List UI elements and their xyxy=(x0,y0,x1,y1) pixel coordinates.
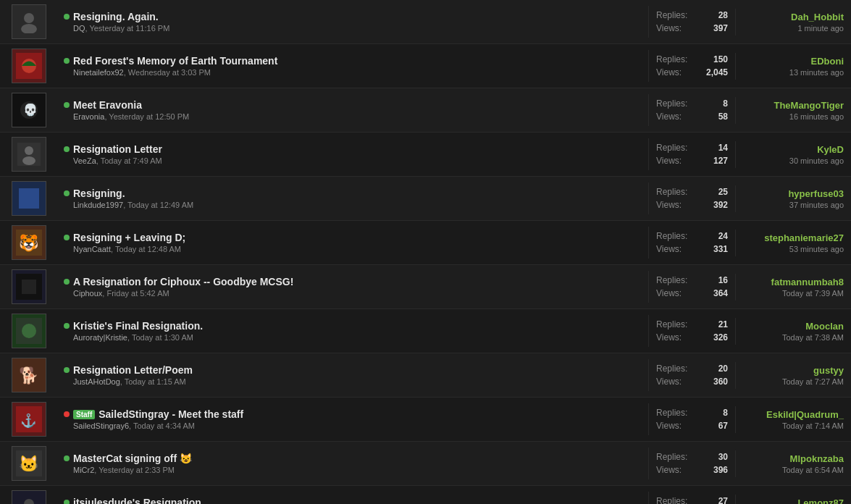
avatar[interactable] xyxy=(12,269,46,304)
topic-title[interactable]: MasterCat signing off 😺 xyxy=(73,453,192,464)
last-post-col: Eskild|Quadrum_ Today at 7:14 AM xyxy=(735,406,851,433)
topic-title[interactable]: Resigning + Leaving D; xyxy=(73,232,185,243)
table-row: 🐯 Resigning + Leaving D; NyanCaatt, Toda… xyxy=(0,221,851,265)
topic-title[interactable]: Meet Eravonia xyxy=(73,99,142,111)
topic-title[interactable]: itsjulesdude's Resignation xyxy=(73,497,201,504)
views-label: Views: xyxy=(656,243,682,256)
last-post-user[interactable]: hyperfuse03 xyxy=(743,188,844,199)
last-post-col: stephaniemarie27 53 minutes ago xyxy=(735,230,851,256)
avatar[interactable]: 🐱 xyxy=(12,446,46,481)
topic-time: Wednesday at 3:03 PM xyxy=(128,68,211,77)
topic-author[interactable]: DQ xyxy=(73,24,85,33)
avatar[interactable]: 🐯 xyxy=(12,225,46,260)
replies-row: Replies: 25 xyxy=(656,185,728,198)
replies-value: 24 xyxy=(718,230,728,243)
topic-author[interactable]: VeeZa xyxy=(73,156,96,165)
table-row: Resignation Letter VeeZa, Today at 7:49 … xyxy=(0,133,851,177)
topic-title[interactable]: SailedStingray - Meet the staff xyxy=(98,408,243,420)
topic-author[interactable]: Ninetailefox92 xyxy=(73,68,124,77)
avatar[interactable]: 🐕 xyxy=(12,358,46,392)
topic-time: Today at 4:34 AM xyxy=(133,421,195,430)
avatar[interactable] xyxy=(12,49,46,83)
views-value: 397 xyxy=(713,22,728,35)
avatar-col xyxy=(0,137,58,172)
new-dot-icon xyxy=(64,455,70,461)
replies-label: Replies: xyxy=(656,318,687,331)
avatar[interactable] xyxy=(12,314,46,348)
replies-label: Replies: xyxy=(656,53,687,66)
avatar[interactable] xyxy=(12,490,46,504)
topic-title[interactable]: Resigning. Again. xyxy=(73,11,159,22)
topic-meta: Ciphoux, Friday at 5:42 AM xyxy=(64,289,642,298)
last-post-time: 16 minutes ago xyxy=(743,112,844,121)
avatar[interactable]: ⚓ xyxy=(12,402,46,437)
topic-author[interactable]: Auroraty|Kristie xyxy=(73,333,127,342)
topic-title-row: Resigning. Again. xyxy=(64,11,642,22)
last-post-col: EDboni 13 minutes ago xyxy=(735,53,851,80)
last-post-user[interactable]: fatmannumbah8 xyxy=(743,277,844,287)
svg-point-7 xyxy=(25,146,33,155)
views-value: 331 xyxy=(713,243,728,256)
last-post-user[interactable]: Mooclan xyxy=(743,321,844,332)
replies-value: 150 xyxy=(713,53,728,66)
last-post-user[interactable]: TheMangoTiger xyxy=(743,100,844,111)
topic-title-row: Red Forest's Memory of Earth Tournament xyxy=(64,55,642,67)
last-post-user[interactable]: gustyy xyxy=(743,365,844,376)
topic-time: Yesterday at 11:16 PM xyxy=(89,24,169,33)
last-post-col: KyleD 30 minutes ago xyxy=(735,141,851,168)
last-post-user[interactable]: Lemonz87 xyxy=(743,497,844,505)
last-post-user[interactable]: EDboni xyxy=(743,56,844,67)
table-row: Resigning. Linkdude1997, Today at 12:49 … xyxy=(0,177,851,221)
avatar[interactable] xyxy=(12,4,46,39)
replies-row: Replies: 8 xyxy=(656,97,728,110)
avatar[interactable] xyxy=(12,181,46,216)
topic-title[interactable]: Resignation Letter xyxy=(73,143,162,155)
views-row: Views: 331 xyxy=(656,243,728,256)
topic-author[interactable]: NyanCaatt xyxy=(73,245,111,253)
topic-title[interactable]: Resignation Letter/Poem xyxy=(73,364,193,376)
svg-text:💀: 💀 xyxy=(23,103,38,117)
last-post-user[interactable]: Eskild|Quadrum_ xyxy=(743,409,844,420)
last-post-user[interactable]: KyleD xyxy=(743,144,844,155)
stats-col: Replies: 8 Views: 58 xyxy=(648,94,735,126)
topic-author[interactable]: SailedStingray6 xyxy=(73,421,129,430)
topic-title[interactable]: Resigning. xyxy=(73,188,125,199)
topic-author[interactable]: Ciphoux xyxy=(73,289,102,298)
avatar-col xyxy=(0,49,58,83)
topic-col: Resigning. Linkdude1997, Today at 12:49 … xyxy=(58,185,648,212)
topic-title[interactable]: Kristie's Final Resignation. xyxy=(73,320,203,332)
topic-author[interactable]: Linkdude1997 xyxy=(73,201,123,209)
topic-author[interactable]: Eravonia xyxy=(73,112,104,121)
topic-title-row: Resigning + Leaving D; xyxy=(64,232,642,243)
new-dot-icon xyxy=(64,58,70,64)
topic-title-row: Meet Eravonia xyxy=(64,99,642,111)
topic-title[interactable]: Red Forest's Memory of Earth Tournament xyxy=(73,55,277,67)
views-row: Views: 326 xyxy=(656,331,728,344)
stats-col: Replies: 150 Views: 2,045 xyxy=(648,50,735,82)
last-post-user[interactable]: Mlpoknzaba xyxy=(743,453,844,464)
topic-meta: DQ, Yesterday at 11:16 PM xyxy=(64,24,642,33)
stats-col: Replies: 30 Views: 396 xyxy=(648,448,735,479)
replies-label: Replies: xyxy=(656,185,687,198)
topic-author[interactable]: MiCr2 xyxy=(73,466,94,474)
staff-badge: Staff xyxy=(73,410,95,419)
replies-row: Replies: 150 xyxy=(656,53,728,66)
forum-list: Resigning. Again. DQ, Yesterday at 11:16… xyxy=(0,0,851,504)
avatar-col: 💀 xyxy=(0,93,58,127)
avatar[interactable]: 💀 xyxy=(12,93,46,127)
topic-author[interactable]: JustAHotDog xyxy=(73,377,120,386)
topic-title-row: itsjulesdude's Resignation xyxy=(64,497,642,504)
stats-col: Replies: 16 Views: 364 xyxy=(648,271,735,303)
replies-value: 21 xyxy=(718,318,728,331)
last-post-time: 53 minutes ago xyxy=(743,245,844,253)
new-dot-icon xyxy=(64,14,70,20)
new-dot-icon xyxy=(64,323,70,329)
last-post-user[interactable]: stephaniemarie27 xyxy=(743,232,844,243)
topic-title[interactable]: A Resignation for Ciphoux -- Goodbye MCS… xyxy=(73,276,293,287)
last-post-user[interactable]: Dah_Hobbit xyxy=(743,12,844,22)
stats-col: Replies: 8 Views: 67 xyxy=(648,403,735,435)
new-dot-icon xyxy=(64,235,70,240)
replies-row: Replies: 24 xyxy=(656,230,728,243)
avatar[interactable] xyxy=(12,137,46,172)
replies-label: Replies: xyxy=(656,141,687,154)
